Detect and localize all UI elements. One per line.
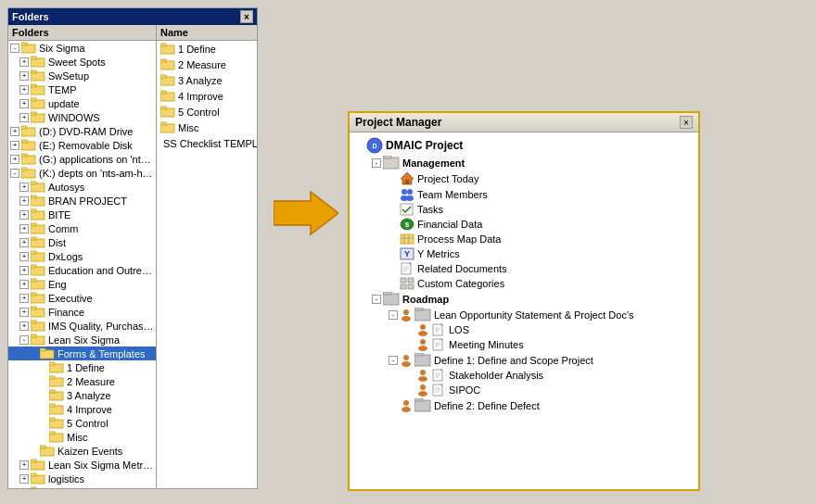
folder-item[interactable]: +update bbox=[8, 96, 156, 110]
pm-tree-item[interactable]: -Lean Opportunity Statement & Project Do… bbox=[351, 307, 696, 322]
pm-tree-item[interactable]: Stakeholder Analysis bbox=[351, 368, 696, 383]
expand-icon[interactable]: + bbox=[19, 474, 29, 484]
file-item[interactable]: XLSSS Checklist TEMPLATE.xls bbox=[157, 135, 257, 152]
pm-tree-item[interactable]: Define 2: Define Defect bbox=[351, 397, 696, 413]
folder-item[interactable]: 2 Measure bbox=[8, 374, 156, 388]
folder-item[interactable]: +Finance bbox=[8, 305, 156, 319]
pm-tree-item[interactable]: Team Members bbox=[351, 187, 696, 202]
folder-item[interactable]: +Comm bbox=[8, 221, 156, 235]
expand-icon[interactable]: + bbox=[19, 280, 29, 289]
expand-icon[interactable]: + bbox=[19, 321, 29, 331]
folder-item[interactable]: +Executive bbox=[8, 291, 156, 305]
folder-item[interactable]: +(E:) Removable Disk bbox=[8, 138, 156, 152]
pm-tree-item[interactable]: LOS bbox=[351, 322, 696, 337]
expand-icon[interactable]: + bbox=[19, 460, 29, 470]
expand-icon[interactable]: + bbox=[19, 71, 29, 81]
folder-label: 5 Control bbox=[67, 418, 108, 429]
folder-item[interactable]: Forms & Templates bbox=[8, 346, 156, 360]
pm-expand-icon[interactable]: - bbox=[372, 158, 381, 168]
file-item[interactable]: Misc bbox=[157, 120, 257, 135]
folder-item[interactable]: +WINDOWS bbox=[8, 110, 156, 124]
file-item[interactable]: 1 Define bbox=[157, 41, 257, 57]
expand-icon[interactable]: + bbox=[19, 99, 29, 108]
folder-item[interactable]: +SwSetup bbox=[8, 69, 156, 82]
svg-point-163 bbox=[420, 384, 426, 390]
pm-tree-item[interactable]: Project Today bbox=[351, 170, 696, 187]
folder-item[interactable]: -(K:) depts on 'nts-am-hbgfl01' bbox=[8, 166, 156, 180]
folder-item[interactable]: +LSS Steering Committee bbox=[8, 485, 156, 488]
folder-item[interactable]: +Lean Six Sigma Metrics bbox=[8, 458, 156, 472]
svg-point-138 bbox=[420, 324, 426, 330]
folder-item[interactable]: Misc bbox=[8, 430, 156, 444]
file-item[interactable]: 4 Improve bbox=[157, 88, 257, 104]
pm-tree-item[interactable]: YY Metrics bbox=[351, 246, 696, 261]
pm-expand-icon[interactable]: - bbox=[372, 295, 381, 304]
folder-icon bbox=[49, 389, 64, 401]
expand-icon[interactable]: + bbox=[19, 266, 29, 275]
expand-icon[interactable]: + bbox=[19, 252, 29, 261]
expand-icon[interactable]: + bbox=[10, 141, 19, 150]
file-item[interactable]: 2 Measure bbox=[157, 57, 257, 72]
folder-item[interactable]: 5 Control bbox=[8, 416, 156, 430]
folder-item[interactable]: +(D:) DVD-RAM Drive bbox=[8, 124, 156, 138]
file-item[interactable]: 3 Analyze bbox=[157, 72, 257, 88]
folder-item[interactable]: +DxLogs bbox=[8, 249, 156, 263]
pm-tree-item[interactable]: Custom Categories bbox=[351, 276, 696, 291]
folder-label: (G:) applications on 'nts-am-hbgfl01' bbox=[39, 154, 154, 165]
expand-icon[interactable]: + bbox=[19, 294, 29, 303]
pm-tree-item[interactable]: -Management bbox=[351, 155, 696, 170]
expand-icon[interactable]: + bbox=[19, 57, 29, 67]
pm-expand-icon[interactable]: - bbox=[389, 310, 398, 320]
pm-tree-item[interactable]: DDMAIC Project bbox=[351, 136, 696, 155]
folder-item[interactable]: +logistics bbox=[8, 472, 156, 485]
explorer-close-button[interactable]: × bbox=[240, 10, 253, 23]
expand-icon[interactable]: - bbox=[10, 44, 19, 53]
pm-close-button[interactable]: × bbox=[680, 116, 693, 129]
folder-item[interactable]: 1 Define bbox=[8, 360, 156, 374]
expand-icon[interactable]: + bbox=[10, 127, 19, 136]
pm-tree-item[interactable]: Related Documents bbox=[351, 261, 696, 276]
file-item[interactable]: 5 Control bbox=[157, 104, 257, 120]
folder-item[interactable]: 3 Analyze bbox=[8, 388, 156, 402]
pm-tree-item[interactable]: Meeting Minutes bbox=[351, 337, 696, 352]
svg-rect-41 bbox=[31, 321, 36, 323]
pm-tree-item[interactable]: SIPOC bbox=[351, 383, 696, 397]
svg-rect-107 bbox=[383, 156, 391, 158]
pm-expand-icon[interactable]: - bbox=[389, 356, 398, 365]
pm-tree-item[interactable]: Process Map Data bbox=[351, 232, 696, 246]
folder-item[interactable]: +Eng bbox=[8, 277, 156, 291]
roadmap-icon bbox=[383, 292, 400, 306]
folder-item[interactable]: -Six Sigma bbox=[8, 41, 156, 55]
folder-item[interactable]: +Autosys bbox=[8, 180, 156, 194]
pm-tree-item[interactable]: -Roadmap bbox=[351, 291, 696, 307]
folder-item[interactable]: +BITE bbox=[8, 208, 156, 221]
expand-icon[interactable]: + bbox=[19, 488, 29, 489]
expand-icon[interactable]: + bbox=[19, 210, 29, 220]
pm-item-label: Y Metrics bbox=[417, 248, 460, 259]
expand-icon[interactable]: + bbox=[19, 238, 29, 247]
expand-icon[interactable]: + bbox=[19, 85, 29, 94]
svg-rect-3 bbox=[31, 57, 36, 59]
folder-item[interactable]: +TEMP bbox=[8, 82, 156, 96]
expand-icon[interactable]: + bbox=[10, 155, 19, 164]
folder-item[interactable]: +IMS Quality, Purchasing, & Facilities bbox=[8, 319, 156, 333]
svg-point-146 bbox=[418, 346, 427, 351]
expand-icon[interactable]: - bbox=[10, 169, 19, 178]
expand-icon[interactable]: + bbox=[19, 196, 29, 206]
expand-icon[interactable]: + bbox=[19, 113, 29, 122]
folder-item[interactable]: Kaizen Events bbox=[8, 444, 156, 458]
folder-item[interactable]: +Dist bbox=[8, 235, 156, 249]
expand-icon[interactable]: + bbox=[19, 183, 29, 192]
folder-item[interactable]: +BRAN PROJECT bbox=[8, 194, 156, 208]
folder-item[interactable]: +Education and Outreach bbox=[8, 263, 156, 277]
expand-icon[interactable]: + bbox=[19, 224, 29, 233]
expand-icon[interactable]: + bbox=[19, 308, 29, 317]
folder-item[interactable]: -Lean Six Sigma bbox=[8, 333, 156, 346]
folder-item[interactable]: +(G:) applications on 'nts-am-hbgfl01' bbox=[8, 152, 156, 166]
pm-tree-item[interactable]: $Financial Data bbox=[351, 217, 696, 232]
folder-item[interactable]: +Sweet Spots bbox=[8, 55, 156, 69]
expand-icon[interactable]: - bbox=[19, 335, 29, 345]
pm-tree-item[interactable]: Tasks bbox=[351, 202, 696, 217]
folder-item[interactable]: 4 Improve bbox=[8, 402, 156, 416]
pm-tree-item[interactable]: -Define 1: Define and Scope Project bbox=[351, 352, 696, 368]
